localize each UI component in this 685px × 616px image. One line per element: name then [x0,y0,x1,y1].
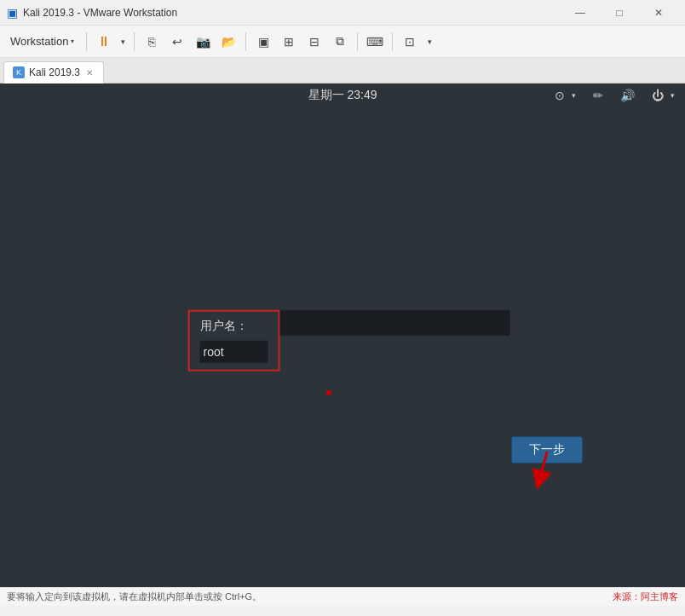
maximize-button[interactable]: □ [600,0,639,26]
username-input-extended [280,309,510,335]
console-button[interactable]: ⌨ [363,30,387,54]
workstation-label: Workstation [10,35,68,48]
username-label-box: 用户名： [188,309,280,371]
titlebar-controls: — □ ✕ [561,0,678,26]
menubar: Workstation ▾ ⏸ ▾ ⎘ ↩ 📷 📂 ▣ ⊞ ⊟ ⧉ ⌨ ⊡ ▾ [0,26,685,58]
vm-tab-icon: K [13,66,25,78]
toolbar-separator-3 [245,32,246,51]
view-button-3[interactable]: ⊟ [302,30,326,54]
titlebar-left: ▣ Kali 2019.3 - VMware Workstation [7,6,177,20]
statusbar-right-text: 来源：阿主博客 [613,590,678,603]
topbar-dropdown-arrow[interactable]: ▾ [572,91,576,100]
edit-icon[interactable]: ✏ [593,89,603,102]
username-input[interactable] [200,340,268,362]
vm-datetime: 星期一 23:49 [308,88,377,103]
power-icon[interactable]: ⏻ [652,89,664,102]
minimize-button[interactable]: — [561,0,600,26]
send-ctrl-alt-del-button[interactable]: ⎘ [140,30,164,54]
vm-topbar: 星期一 23:49 ⊙ ▾ ✏ 🔊 ⏻ ▾ [0,83,685,107]
login-form: 用户名： [188,309,510,371]
close-button[interactable]: ✕ [639,0,678,26]
login-row: 用户名： [188,309,510,371]
power-button[interactable]: ↩ [165,30,189,54]
view-button-2[interactable]: ⊞ [277,30,301,54]
vm-tab-close[interactable]: ✕ [84,67,95,78]
settings-dropdown[interactable]: ▾ [423,30,435,54]
toolbar-separator-4 [357,32,358,51]
pause-dropdown[interactable]: ▾ [117,30,129,54]
vmware-icon: ▣ [7,6,18,20]
vm-topbar-right: ⊙ ▾ ✏ 🔊 ⏻ ▾ [555,89,675,102]
workstation-menu[interactable]: Workstation ▾ [3,30,81,54]
snapshot-button[interactable]: 📷 [191,30,215,54]
view-button-1[interactable]: ▣ [251,30,275,54]
toolbar-separator-2 [134,32,135,51]
svg-line-1 [539,452,547,481]
statusbar-left-text: 要将输入定向到该虚拟机，请在虚拟机内部单击或按 Ctrl+G。 [7,590,262,603]
workstation-dropdown-arrow: ▾ [71,37,74,45]
power-dropdown-arrow[interactable]: ▾ [671,91,675,100]
vm-display[interactable]: 星期一 23:49 ⊙ ▾ ✏ 🔊 ⏻ ▾ 用户名： 下一步 [0,83,685,587]
vm-tab-label: Kali 2019.3 [29,66,80,78]
volume-icon[interactable]: 🔊 [620,89,635,102]
window-title: Kali 2019.3 - VMware Workstation [23,7,177,19]
tabbar: K Kali 2019.3 ✕ [0,58,685,83]
view-button-4[interactable]: ⧉ [328,30,352,54]
snapshot-restore-button[interactable]: 📂 [216,30,240,54]
pause-button[interactable]: ⏸ [92,30,116,54]
titlebar: ▣ Kali 2019.3 - VMware Workstation — □ ✕ [0,0,685,26]
toolbar-separator-1 [86,32,87,51]
statusbar: 要将输入定向到该虚拟机，请在虚拟机内部单击或按 Ctrl+G。 来源：阿主博客 [0,587,685,606]
username-label: 用户名： [200,318,268,333]
accessibility-icon[interactable]: ⊙ [555,89,565,102]
vm-tab-kali[interactable]: K Kali 2019.3 ✕ [3,61,104,83]
toolbar-separator-5 [392,32,393,51]
red-dot-annotation [326,390,331,395]
toolbar-group-pause: ⏸ ▾ [92,30,129,54]
settings-button[interactable]: ⊡ [398,30,422,54]
